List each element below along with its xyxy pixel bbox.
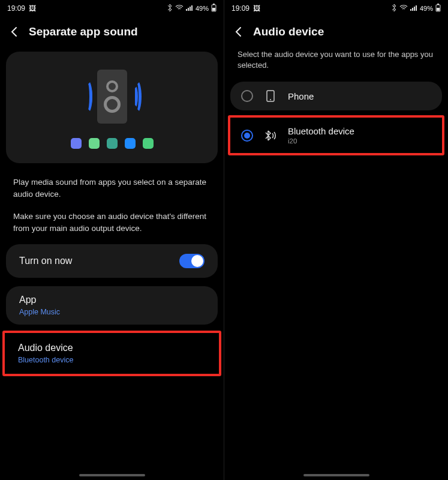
status-time: 19:09 bbox=[7, 4, 25, 13]
battery-percent: 49% bbox=[420, 5, 433, 12]
nav-bar[interactable] bbox=[303, 474, 369, 476]
wifi-icon bbox=[399, 5, 408, 12]
subhead: Select the audio device you want to use … bbox=[224, 49, 448, 79]
bluetooth-icon bbox=[391, 4, 397, 13]
settings-group: App Apple Music bbox=[6, 286, 218, 325]
device-list: Phone bbox=[230, 82, 442, 110]
turn-on-row[interactable]: Turn on now bbox=[6, 244, 218, 278]
device-sublabel: i20 bbox=[288, 137, 354, 145]
svg-rect-10 bbox=[416, 5, 417, 11]
svg-rect-2 bbox=[190, 7, 191, 11]
description-2: Make sure you choose an audio device tha… bbox=[0, 208, 224, 242]
svg-rect-0 bbox=[186, 9, 187, 11]
radio-unselected-icon[interactable] bbox=[241, 90, 253, 102]
battery-percent: 49% bbox=[196, 5, 209, 12]
hero-illustration-card bbox=[6, 52, 218, 163]
signal-icon bbox=[410, 5, 417, 12]
svg-rect-12 bbox=[437, 4, 439, 5]
wifi-icon bbox=[175, 5, 184, 12]
audio-device-row[interactable]: Audio device Bluetooth device bbox=[5, 333, 219, 374]
status-bar: 19:09 🖼 49% bbox=[224, 0, 448, 17]
svg-rect-8 bbox=[412, 8, 413, 11]
description-1: Play media sound from apps you select on… bbox=[0, 169, 224, 208]
device-option-phone[interactable]: Phone bbox=[230, 82, 442, 110]
status-bar: 19:09 🖼 49% bbox=[0, 0, 224, 17]
device-label: Bluetooth device bbox=[288, 126, 354, 136]
app-row-value: Apple Music bbox=[19, 308, 60, 316]
bluetooth-device-highlight: Bluetooth device i20 bbox=[228, 115, 444, 155]
back-icon[interactable] bbox=[8, 26, 20, 38]
app-row-title: App bbox=[19, 295, 36, 305]
svg-rect-5 bbox=[213, 4, 215, 5]
screen-audio-device: 19:09 🖼 49% Audio device Select the audi… bbox=[224, 0, 448, 480]
app-row[interactable]: App Apple Music bbox=[6, 286, 218, 325]
battery-icon bbox=[211, 4, 217, 13]
phone-icon bbox=[264, 90, 277, 102]
speaker-icon bbox=[97, 70, 127, 124]
nav-bar[interactable] bbox=[79, 474, 145, 476]
header: Audio device bbox=[224, 17, 448, 49]
status-time: 19:09 bbox=[231, 4, 249, 13]
audio-device-value: Bluetooth device bbox=[18, 356, 73, 364]
page-title: Separate app sound bbox=[29, 25, 138, 38]
svg-rect-13 bbox=[437, 8, 440, 11]
svg-point-15 bbox=[270, 99, 271, 100]
radio-selected-icon[interactable] bbox=[241, 130, 253, 142]
audio-device-title: Audio device bbox=[18, 343, 73, 353]
audio-device-highlight: Audio device Bluetooth device bbox=[2, 331, 221, 376]
image-icon: 🖼 bbox=[253, 4, 260, 13]
bluetooth-icon bbox=[167, 4, 173, 13]
screen-separate-app-sound: 19:09 🖼 49% Separate app sound bbox=[0, 0, 224, 480]
header: Separate app sound bbox=[0, 17, 224, 49]
turn-on-toggle[interactable] bbox=[179, 254, 205, 268]
svg-rect-9 bbox=[414, 7, 415, 11]
battery-icon bbox=[435, 4, 441, 13]
svg-rect-3 bbox=[191, 5, 193, 11]
svg-rect-7 bbox=[410, 9, 411, 11]
signal-icon bbox=[186, 5, 193, 12]
page-title: Audio device bbox=[253, 25, 324, 38]
back-icon[interactable] bbox=[233, 26, 245, 38]
image-icon: 🖼 bbox=[29, 4, 36, 13]
device-label: Phone bbox=[288, 91, 314, 101]
svg-rect-6 bbox=[212, 8, 215, 11]
bluetooth-audio-icon bbox=[264, 130, 277, 142]
toggle-label: Turn on now bbox=[19, 256, 72, 266]
device-option-bluetooth[interactable]: Bluetooth device i20 bbox=[230, 118, 442, 153]
color-dots bbox=[71, 138, 154, 149]
svg-rect-1 bbox=[188, 8, 189, 11]
